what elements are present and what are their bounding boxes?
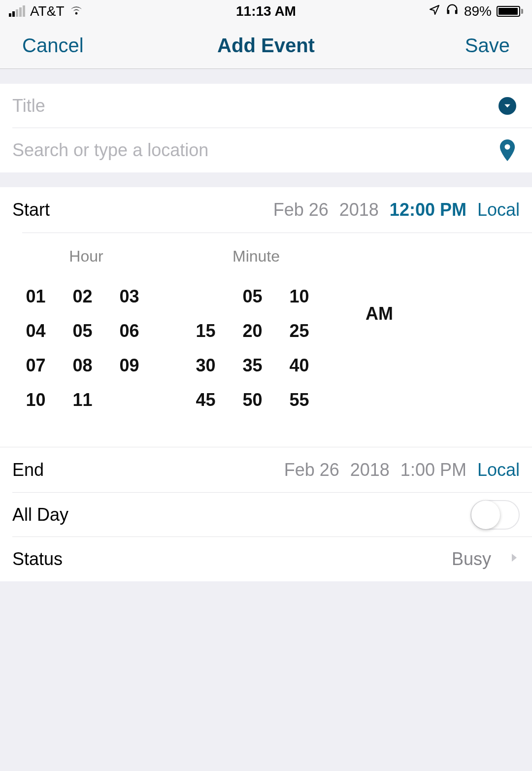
location-pin-icon[interactable]: [495, 139, 520, 161]
hour-01[interactable]: 01: [12, 279, 59, 314]
svg-rect-0: [447, 10, 449, 14]
start-year: 2018: [339, 200, 379, 220]
voice-icon[interactable]: [495, 97, 520, 115]
minute-45[interactable]: 45: [182, 383, 229, 417]
hour-header: Hour: [12, 247, 160, 266]
hour-08[interactable]: 08: [59, 348, 106, 383]
status-value: Busy: [452, 549, 491, 570]
title-input[interactable]: [12, 96, 495, 116]
svg-rect-1: [455, 10, 458, 14]
nav-bar: Cancel Add Event Save: [0, 22, 532, 69]
minute-50[interactable]: 50: [229, 383, 276, 417]
hour-11[interactable]: 11: [59, 383, 106, 417]
minute-40[interactable]: 40: [276, 348, 323, 383]
hour-12[interactable]: 12: [106, 383, 153, 417]
end-tz[interactable]: Local: [477, 460, 520, 480]
time-picker: Hour Minute 010203040506070809101112 000…: [0, 233, 532, 447]
start-date: Feb 26: [273, 200, 329, 220]
start-tz[interactable]: Local: [477, 200, 520, 220]
hour-06[interactable]: 06: [106, 314, 153, 348]
location-input[interactable]: [12, 140, 495, 161]
end-label: End: [12, 460, 44, 480]
status-time: 11:13 AM: [236, 3, 296, 19]
minute-20[interactable]: 20: [229, 314, 276, 348]
page-title: Add Event: [217, 34, 315, 57]
cancel-button[interactable]: Cancel: [22, 34, 84, 57]
hour-04[interactable]: 04: [12, 314, 59, 348]
minute-25[interactable]: 25: [276, 314, 323, 348]
minute-10[interactable]: 10: [276, 279, 323, 314]
hour-03[interactable]: 03: [106, 279, 153, 314]
status-bar: AT&T 11:13 AM 89%: [0, 0, 532, 22]
location-row: [0, 128, 532, 172]
start-label: Start: [12, 200, 50, 220]
minute-grid: 000510152025303540455055: [182, 279, 323, 417]
headphones-icon: [445, 2, 459, 20]
battery-percent: 89%: [464, 3, 492, 19]
minute-55[interactable]: 55: [276, 383, 323, 417]
location-arrow-icon: [429, 3, 440, 19]
allday-toggle[interactable]: [470, 500, 520, 530]
allday-label: All Day: [12, 504, 68, 525]
hour-10[interactable]: 10: [12, 383, 59, 417]
status-row[interactable]: Status Busy: [0, 537, 532, 581]
end-row[interactable]: End Feb 26 2018 1:00 PM Local: [0, 447, 532, 493]
start-time: 12:00 PM: [390, 200, 466, 220]
minute-header: Minute: [180, 247, 332, 266]
save-button[interactable]: Save: [465, 34, 510, 57]
battery-icon: [497, 6, 523, 17]
minute-05[interactable]: 05: [229, 279, 276, 314]
hour-grid: 010203040506070809101112: [12, 279, 153, 417]
ampm-toggle: AM PM: [362, 297, 397, 400]
hour-07[interactable]: 07: [12, 348, 59, 383]
title-row: [0, 84, 532, 128]
end-date: Feb 26: [284, 460, 339, 480]
start-row[interactable]: Start Feb 26 2018 12:00 PM Local: [0, 187, 532, 233]
end-year: 2018: [350, 460, 390, 480]
signal-icon: [9, 5, 25, 17]
am-option[interactable]: AM: [362, 297, 397, 331]
minute-15[interactable]: 15: [182, 314, 229, 348]
end-time: 1:00 PM: [400, 460, 466, 480]
chevron-right-icon: [508, 549, 520, 570]
minute-35[interactable]: 35: [229, 348, 276, 383]
hour-05[interactable]: 05: [59, 314, 106, 348]
carrier-label: AT&T: [30, 3, 64, 19]
status-label: Status: [12, 549, 63, 570]
hour-02[interactable]: 02: [59, 279, 106, 314]
pm-option[interactable]: PM: [362, 366, 397, 400]
minute-30[interactable]: 30: [182, 348, 229, 383]
minute-00[interactable]: 00: [182, 279, 229, 314]
wifi-icon: [69, 3, 84, 19]
allday-row: All Day: [0, 493, 532, 537]
hour-09[interactable]: 09: [106, 348, 153, 383]
